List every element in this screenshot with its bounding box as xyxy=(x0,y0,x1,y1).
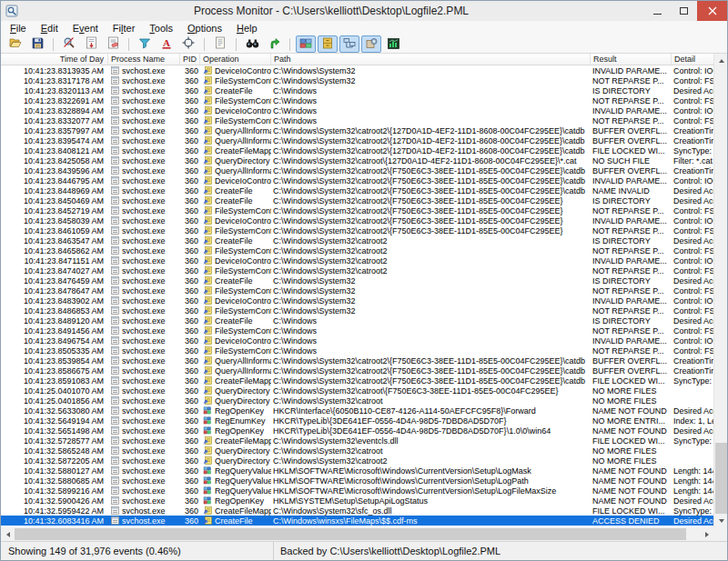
table-row[interactable]: 10:41:32.5633080 AMsvchost.exe360RegOpen… xyxy=(1,406,715,416)
show-network-activity-button[interactable] xyxy=(339,35,359,53)
cell-time: 10:41:23.8591083 AM xyxy=(1,376,108,386)
table-row[interactable]: 10:41:23.8322691 AMsvchost.exe360FileSys… xyxy=(1,95,715,105)
vertical-scroll-thumb[interactable] xyxy=(715,443,727,514)
table-row[interactable]: 10:41:23.8439596 AMsvchost.exe360QueryAl… xyxy=(1,165,715,175)
maximize-button[interactable] xyxy=(671,1,697,21)
table-row[interactable]: 10:41:23.8491456 AMsvchost.exe360FileSys… xyxy=(1,326,715,336)
show-registry-activity-button[interactable] xyxy=(296,35,316,53)
event-properties-button[interactable] xyxy=(210,35,230,53)
autoscroll-button[interactable] xyxy=(81,35,101,53)
table-row[interactable]: 10:41:32.5728577 AMsvchost.exe360CreateF… xyxy=(1,436,715,446)
clear-button[interactable] xyxy=(103,35,123,53)
table-row[interactable]: 10:41:23.8539854 AMsvchost.exe360QueryAl… xyxy=(1,356,715,366)
table-row[interactable]: 10:41:23.8496754 AMsvchost.exe360DeviceI… xyxy=(1,336,715,346)
status-events-count: Showing 149 of 31,976 events (0.46%) xyxy=(1,542,274,560)
table-row[interactable]: 10:41:23.8425058 AMsvchost.exe360QueryDi… xyxy=(1,155,715,165)
menu-file[interactable]: File xyxy=(3,22,34,35)
column-header-op[interactable]: Operation xyxy=(200,54,271,65)
file-operation-icon xyxy=(203,156,212,165)
table-row[interactable]: 10:41:23.8465862 AMsvchost.exe360FileSys… xyxy=(1,245,715,255)
highlight-button[interactable]: A xyxy=(157,35,177,53)
open-logfile-button[interactable] xyxy=(5,35,25,53)
table-row[interactable]: 10:41:23.8450469 AMsvchost.exe360CreateF… xyxy=(1,195,715,205)
cell-detail: CreationTime: 12 xyxy=(672,126,715,135)
column-header-time[interactable]: Time of Day xyxy=(1,54,108,65)
show-process-thread-activity-button[interactable] xyxy=(361,35,381,53)
menu-options[interactable]: Options xyxy=(180,22,229,35)
table-row[interactable]: 10:41:23.8505335 AMsvchost.exe360FileSys… xyxy=(1,346,715,356)
table-row[interactable]: 10:41:32.5872205 AMsvchost.exe360QueryDi… xyxy=(1,456,715,466)
table-row[interactable]: 10:41:23.8332077 AMsvchost.exe360FileSys… xyxy=(1,115,715,125)
process-name-text: svchost.exe xyxy=(122,196,166,205)
horizontal-scroll-thumb[interactable] xyxy=(15,528,686,540)
jump-to-object-button[interactable] xyxy=(264,35,284,53)
table-row[interactable]: 10:41:23.8591083 AMsvchost.exe360CreateF… xyxy=(1,376,715,386)
scroll-up-button[interactable] xyxy=(714,54,727,67)
filter-button[interactable] xyxy=(135,35,155,53)
show-file-system-activity-button[interactable] xyxy=(318,35,338,53)
menu-edit[interactable]: Edit xyxy=(34,22,66,35)
table-row[interactable]: 10:41:23.8471151 AMsvchost.exe360DeviceI… xyxy=(1,255,715,265)
table-row[interactable]: 10:41:23.8483902 AMsvchost.exe360DeviceI… xyxy=(1,296,715,306)
capture-button[interactable] xyxy=(59,35,79,53)
column-header-path[interactable]: Path xyxy=(271,54,591,65)
minimize-button[interactable] xyxy=(644,1,671,21)
table-row[interactable]: 10:41:23.8452719 AMsvchost.exe360FileSys… xyxy=(1,205,715,215)
titlebar[interactable]: Process Monitor - C:\Users\kelliott\Desk… xyxy=(1,1,727,21)
table-row[interactable]: 10:41:23.8395474 AMsvchost.exe360QueryAl… xyxy=(1,135,715,145)
scroll-left-button[interactable] xyxy=(1,527,15,541)
scroll-down-button[interactable] xyxy=(714,514,727,527)
table-row[interactable]: 10:41:23.8446795 AMsvchost.exe360DeviceI… xyxy=(1,175,715,185)
table-row[interactable]: 10:41:25.0401856 AMsvchost.exe360QueryDi… xyxy=(1,396,715,406)
table-row[interactable]: 10:41:32.5651498 AMsvchost.exe360RegOpen… xyxy=(1,426,715,436)
include-process-from-window-button[interactable] xyxy=(178,35,198,53)
column-header-detail[interactable]: Detail xyxy=(672,54,715,65)
file-operation-icon xyxy=(203,456,212,465)
table-row[interactable]: 10:41:32.5865248 AMsvchost.exe360QueryDi… xyxy=(1,446,715,456)
save-button[interactable] xyxy=(27,35,47,53)
column-header-pid[interactable]: PID xyxy=(180,54,200,65)
table-row[interactable]: 10:41:32.5649194 AMsvchost.exe360RegEnum… xyxy=(1,416,715,426)
table-row[interactable]: 10:41:23.8313935 AMsvchost.exe360DeviceI… xyxy=(1,65,715,75)
table-row[interactable]: 10:41:23.8486853 AMsvchost.exe360FileSys… xyxy=(1,306,715,316)
table-row[interactable]: 10:41:23.8474027 AMsvchost.exe360FileSys… xyxy=(1,265,715,275)
close-button[interactable] xyxy=(697,1,727,21)
table-row[interactable]: 10:41:23.8478647 AMsvchost.exe360FileSys… xyxy=(1,286,715,296)
table-row[interactable]: 10:41:23.8408121 AMsvchost.exe360CreateF… xyxy=(1,145,715,155)
table-row[interactable]: 10:41:25.0401070 AMsvchost.exe360QueryDi… xyxy=(1,386,715,396)
table-row[interactable]: 10:41:23.8317178 AMsvchost.exe360FileSys… xyxy=(1,75,715,85)
find-button[interactable] xyxy=(242,35,262,53)
horizontal-scroll-track[interactable] xyxy=(1,527,713,541)
cell-result: NOT REPARSE P... xyxy=(591,116,672,125)
table-row[interactable]: 10:41:32.5880685 AMsvchost.exe360RegQuer… xyxy=(1,476,715,486)
menu-help[interactable]: Help xyxy=(229,22,265,35)
table-row[interactable]: 10:41:23.8586675 AMsvchost.exe360QueryAl… xyxy=(1,366,715,376)
table-row[interactable]: 10:41:32.6083416 AMsvchost.exe360CreateF… xyxy=(1,516,715,526)
column-header-proc[interactable]: Process Name xyxy=(108,54,180,65)
column-header-result[interactable]: Result xyxy=(591,54,672,65)
scroll-right-button[interactable] xyxy=(700,527,713,541)
cell-path: C:\Windows xyxy=(271,96,591,105)
table-row[interactable]: 10:41:32.5880127 AMsvchost.exe360RegQuer… xyxy=(1,466,715,476)
table-row[interactable]: 10:41:23.8458039 AMsvchost.exe360DeviceI… xyxy=(1,215,715,225)
table-row[interactable]: 10:41:23.8320113 AMsvchost.exe360CreateF… xyxy=(1,85,715,95)
table-row[interactable]: 10:41:32.5899216 AMsvchost.exe360RegQuer… xyxy=(1,486,715,496)
table-row[interactable]: 10:41:32.5959422 AMsvchost.exe360CreateF… xyxy=(1,506,715,516)
table-row[interactable]: 10:41:23.8476459 AMsvchost.exe360CreateF… xyxy=(1,275,715,286)
menu-filter[interactable]: Filter xyxy=(106,22,142,35)
table-row[interactable]: 10:41:23.8357997 AMsvchost.exe360QueryAl… xyxy=(1,125,715,135)
menu-tools[interactable]: Tools xyxy=(142,22,180,35)
table-row[interactable]: 10:41:32.5900426 AMsvchost.exe360RegOpen… xyxy=(1,496,715,506)
table-row[interactable]: 10:41:23.8461059 AMsvchost.exe360FileSys… xyxy=(1,225,715,235)
table-row[interactable]: 10:41:23.8489120 AMsvchost.exe360CreateF… xyxy=(1,316,715,326)
table-row[interactable]: 10:41:23.8463547 AMsvchost.exe360CreateF… xyxy=(1,235,715,245)
process-icon xyxy=(111,376,119,385)
vertical-scrollbar[interactable] xyxy=(713,54,727,527)
show-profiling-events-button[interactable] xyxy=(383,35,403,53)
horizontal-scrollbar[interactable] xyxy=(1,527,727,541)
table-row[interactable]: 10:41:23.8448969 AMsvchost.exe360CreateF… xyxy=(1,185,715,195)
cell-result: IS DIRECTORY xyxy=(591,196,672,205)
cell-path: C:\Windows\System32\catroot2\{F750E6C3-3… xyxy=(271,196,591,205)
table-row[interactable]: 10:41:23.8328894 AMsvchost.exe360DeviceI… xyxy=(1,105,715,115)
menu-event[interactable]: Event xyxy=(66,22,106,35)
